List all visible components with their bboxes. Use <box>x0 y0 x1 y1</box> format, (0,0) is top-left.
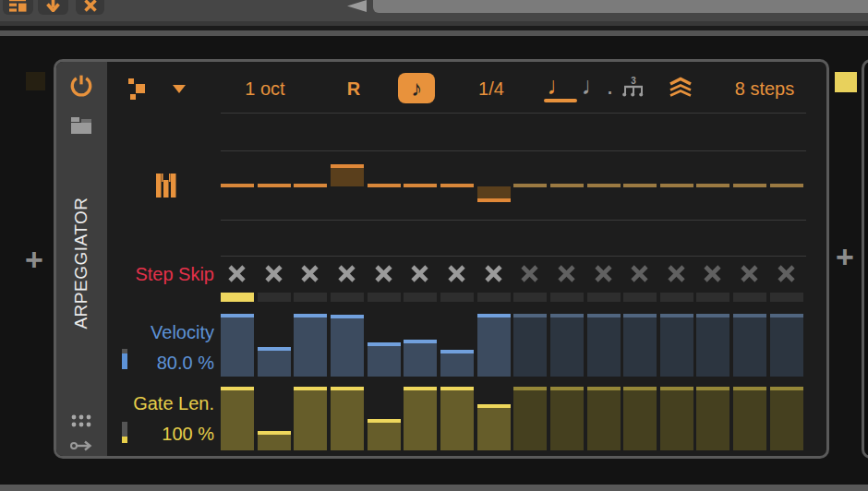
list-detail-icon <box>9 0 27 12</box>
gate-bar-3[interactable] <box>294 387 327 450</box>
track-strip <box>0 30 868 36</box>
gate-bar-2[interactable] <box>258 431 291 450</box>
gate-bar-14[interactable] <box>696 387 729 450</box>
screen: + + ARPEGGIATOR <box>0 0 868 491</box>
detail-view-button[interactable] <box>3 0 33 15</box>
gate-bar-1[interactable] <box>221 387 254 450</box>
bottom-scrollbar[interactable] <box>0 485 868 491</box>
gate-bar-5[interactable] <box>368 419 401 450</box>
collapse-triangle-icon[interactable] <box>345 0 368 12</box>
gate-bar-13[interactable] <box>660 387 693 450</box>
add-device-button-right[interactable]: + <box>836 239 854 275</box>
gate-bar-10[interactable] <box>550 387 584 450</box>
gate-bar-6[interactable] <box>404 387 437 450</box>
gate-bar-8[interactable] <box>477 404 511 450</box>
gate-bar-7[interactable] <box>440 387 474 450</box>
device-color-swatch-left[interactable] <box>26 72 45 90</box>
gate-bar-15[interactable] <box>733 387 766 450</box>
minimize-button[interactable] <box>38 0 68 15</box>
next-device-edge[interactable] <box>862 59 868 459</box>
gate-bar-11[interactable] <box>587 387 621 450</box>
floating-panel-header[interactable] <box>373 0 868 13</box>
gate-bar-12[interactable] <box>623 387 657 450</box>
down-arrow-icon <box>46 0 60 12</box>
gate-bar-16[interactable] <box>770 387 803 450</box>
gate-bar-9[interactable] <box>513 387 547 450</box>
close-button[interactable] <box>76 0 104 15</box>
device-color-swatch-right[interactable] <box>835 72 857 92</box>
gate-bar-row <box>56 62 826 456</box>
gate-bar-4[interactable] <box>331 387 364 450</box>
close-icon <box>84 0 97 12</box>
add-device-button-left[interactable]: + <box>25 242 43 278</box>
arpeggiator-device-panel: ARPEGGIATOR 1 oct R ♪ 1/4 ♩ ♩. 3 <box>54 59 829 459</box>
